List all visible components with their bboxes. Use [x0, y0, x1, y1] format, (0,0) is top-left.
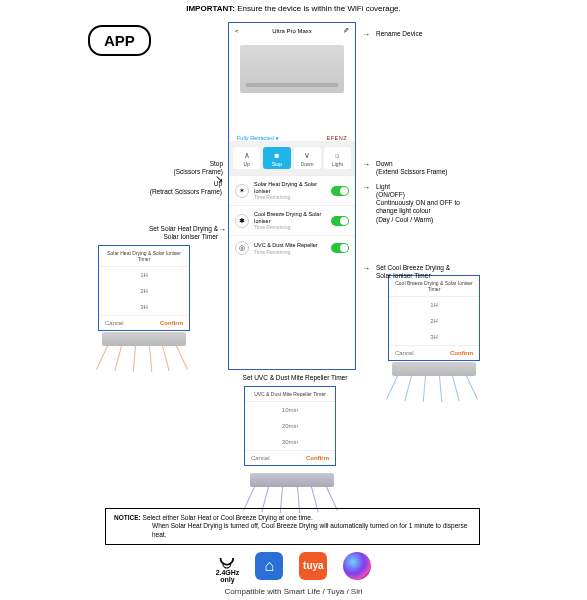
sun-icon: ✶	[235, 184, 249, 198]
light-button[interactable]: ☼Light	[324, 147, 351, 169]
feature-uvc[interactable]: ◎ UVC & Dust Mite RepellerTime Remaining…	[229, 235, 355, 260]
solar-toggle[interactable]	[331, 186, 349, 196]
brand-label: EFENZ	[326, 135, 347, 141]
up-icon: ∧	[233, 151, 260, 161]
wifi-badge: ◡◡ 2.4GHzonly	[216, 548, 240, 583]
down-icon: ∨	[294, 151, 321, 161]
label-stop: Stop (Scissors Frame)	[145, 160, 223, 176]
timer-option[interactable]: 2H	[99, 283, 189, 299]
notice-box: NOTICE: Select either Solar Heat or Cool…	[105, 508, 480, 545]
feature-solar[interactable]: ✶ Solar Heat Drying & Solar IoniserTime …	[229, 175, 355, 205]
timer-option[interactable]: 10min	[245, 402, 335, 418]
label-rename: Rename Device	[376, 30, 422, 38]
cancel-button[interactable]: Cancel	[105, 320, 124, 326]
arrow-icon: →	[362, 30, 370, 39]
confirm-button[interactable]: Confirm	[450, 350, 473, 356]
uvc-icon: ◎	[235, 241, 249, 255]
important-line: IMPORTANT: Ensure the device is within t…	[0, 4, 587, 13]
label-cool-timer: Set Cool Breeze Drying & Solar Ioniser T…	[376, 264, 476, 280]
stop-button[interactable]: ■Stop	[263, 147, 290, 169]
wifi-icon: ◡◡	[216, 548, 240, 569]
illustration-solar	[98, 332, 190, 376]
timer-option[interactable]: 20min	[245, 418, 335, 434]
arrow-icon: ↘	[215, 173, 223, 184]
feature-cool[interactable]: ✱ Cool Breeze Drying & Solar IoniserTime…	[229, 205, 355, 235]
status-text: Fully Retracted ●	[237, 135, 279, 141]
confirm-button[interactable]: Confirm	[160, 320, 183, 326]
stop-icon: ■	[263, 151, 290, 161]
timer-option[interactable]: 3H	[389, 329, 479, 345]
footer: ◡◡ 2.4GHzonly ⌂ tuya Compatible with Sma…	[0, 548, 587, 596]
illustration-cool	[388, 362, 480, 406]
label-up: Up (Retract Scissors Frame)	[122, 180, 222, 196]
cancel-button[interactable]: Cancel	[251, 455, 270, 461]
timer-option[interactable]: 3H	[99, 299, 189, 315]
timer-option[interactable]: 30min	[245, 434, 335, 450]
device-image	[240, 45, 344, 93]
popup-solar-timer: Solar Heat Drying & Solar Ioniser Timer …	[98, 245, 190, 331]
app-badge: APP	[88, 25, 151, 56]
cool-toggle[interactable]	[331, 216, 349, 226]
confirm-button[interactable]: Confirm	[306, 455, 329, 461]
fan-icon: ✱	[235, 214, 249, 228]
up-button[interactable]: ∧Up	[233, 147, 260, 169]
compat-text: Compatible with Smart Life / Tuya / Siri	[0, 587, 587, 596]
edit-icon[interactable]: ✎	[343, 27, 349, 35]
label-light: Light (ON/OFF) Continuously ON and OFF t…	[376, 183, 496, 224]
arrow-icon: →	[362, 183, 370, 192]
smartlife-icon: ⌂	[255, 552, 283, 580]
siri-icon	[343, 552, 371, 580]
light-icon: ☼	[324, 151, 351, 161]
timer-option[interactable]: 1H	[99, 267, 189, 283]
arrow-icon: →	[218, 225, 226, 234]
timer-option[interactable]: 1H	[389, 297, 479, 313]
label-down: Down (Extend Scissors Frame)	[376, 160, 448, 176]
timer-option[interactable]: 2H	[389, 313, 479, 329]
label-solar-timer: Set Solar Heat Drying & Solar Ioniser Ti…	[110, 225, 218, 241]
down-button[interactable]: ∨Down	[294, 147, 321, 169]
uvc-toggle[interactable]	[331, 243, 349, 253]
device-title: Ultra Pro Maxx	[241, 28, 343, 34]
cancel-button[interactable]: Cancel	[395, 350, 414, 356]
label-uvc-timer: Set UVC & Dust Mite Repeller Timer	[230, 374, 360, 382]
tuya-icon: tuya	[299, 552, 327, 580]
popup-uvc-timer: UVC & Dust Mite Repeller Timer 10min 20m…	[244, 386, 336, 466]
popup-cool-timer: Cool Breeze Drying & Solar Ioniser Timer…	[388, 275, 480, 361]
arrow-icon: →	[362, 264, 370, 273]
phone-app-screenshot: < Ultra Pro Maxx ✎ Fully Retracted ● EFE…	[228, 22, 356, 370]
arrow-icon: →	[362, 160, 370, 169]
